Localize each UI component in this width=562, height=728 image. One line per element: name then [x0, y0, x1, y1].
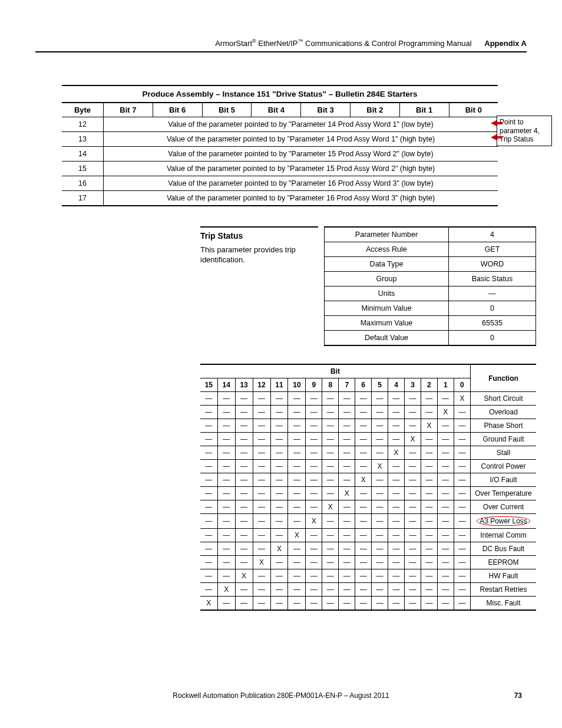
produce-assembly-table: Produce Assembly – Instance 151 "Drive S… [62, 85, 498, 206]
t2-cell: WORD [448, 257, 535, 272]
t3-bit-cell: — [421, 500, 437, 514]
t3-bit-cell: — [437, 500, 454, 514]
t3-bit-cell: — [322, 529, 339, 542]
t3-bit-cell: — [388, 556, 405, 569]
t3-bit-cell: — [421, 529, 437, 542]
t1-byte-cell: 16 [62, 176, 104, 191]
t3-bit-cell: — [421, 556, 437, 569]
t3-bit-cell: — [454, 487, 470, 500]
t3-bit-header: 12 [253, 378, 270, 392]
t3-bit-cell: — [454, 556, 470, 569]
t3-bit-cell: — [454, 473, 470, 487]
t3-bit-cell: — [253, 473, 270, 487]
t3-bit-cell: — [235, 500, 253, 514]
page-footer: Rockwell Automation Publication 280E-PM0… [0, 691, 562, 700]
t3-bit-cell: — [339, 500, 355, 514]
t3-bit-cell: — [437, 460, 454, 473]
t3-bit-cell: — [437, 529, 454, 542]
t3-bit-cell: — [339, 473, 355, 487]
t3-bit-cell: — [355, 500, 372, 514]
t3-bit-cell: — [322, 597, 339, 611]
t3-bit-cell: — [235, 406, 253, 419]
t3-bit-cell: — [372, 487, 388, 500]
t2-cell: Data Type [325, 257, 449, 272]
t3-bit-cell: — [322, 433, 339, 446]
t3-bit-cell: — [437, 487, 454, 500]
t3-bit-cell: — [270, 583, 288, 597]
t3-bit-cell: — [217, 446, 235, 460]
t3-bit-cell: — [355, 406, 372, 419]
t3-func-cell: I/O Fault [471, 473, 537, 487]
t3-bit-cell: — [388, 514, 405, 529]
t1-h-byte: Byte [62, 103, 104, 117]
t3-bit-cell: — [454, 500, 470, 514]
t3-bit-cell: — [306, 500, 322, 514]
t3-bit-cell: — [288, 500, 306, 514]
table-row: Access RuleGET [325, 242, 536, 257]
t2-cell: — [448, 286, 535, 301]
t3-bit-cell: — [372, 556, 388, 569]
t3-bit-cell: — [339, 392, 355, 406]
t3-bit-cell: — [388, 487, 405, 500]
t3-bit-cell: — [253, 460, 270, 473]
t3-bit-cell: — [235, 392, 253, 406]
t3-bit-cell: — [421, 487, 437, 500]
t1-h-b5: Bit 5 [202, 103, 252, 117]
t1-desc-cell: Value of the parameter pointed to by "Pa… [104, 191, 498, 206]
t3-bit-cell: — [372, 514, 388, 529]
t3-bit-cell: — [217, 433, 235, 446]
trip-status-left: Trip Status This parameter provides trip… [200, 226, 324, 265]
bit-table-wrap: Bit Function 1514131211109876543210 ————… [200, 364, 536, 611]
t3-func-cell: A3 Power Loss [471, 514, 537, 529]
t3-bit-cell: — [200, 542, 217, 556]
t3-bit-cell: — [355, 542, 372, 556]
t3-bit-cell: — [372, 419, 388, 433]
t3-bit-cell: — [421, 597, 437, 611]
t3-bit-cell: — [388, 569, 405, 583]
t3-bit-cell: — [405, 542, 421, 556]
t3-bit-cell: — [372, 433, 388, 446]
table-row: 12Value of the parameter pointed to by "… [62, 117, 498, 132]
t3-bit-cell: — [437, 433, 454, 446]
t3-bit-cell: — [355, 419, 372, 433]
t3-bit-cell: — [217, 569, 235, 583]
t3-bit-cell: — [355, 597, 372, 611]
t3-bit-cell: X [437, 406, 454, 419]
t3-bit-cell: — [339, 406, 355, 419]
t3-bit-cell: — [217, 529, 235, 542]
t3-bit-cell: — [217, 473, 235, 487]
t1-desc-cell: Value of the parameter pointed to by "Pa… [104, 176, 498, 191]
t2-cell: Group [325, 272, 449, 286]
t3-func-label: Function [471, 364, 537, 392]
t3-bit-cell: — [200, 487, 217, 500]
t3-bit-cell: — [270, 597, 288, 611]
t1-h-b7: Bit 7 [104, 103, 153, 117]
table-row: —————————X——————I/O Fault [200, 473, 536, 487]
t3-bit-cell: — [306, 569, 322, 583]
t3-bit-cell: — [437, 556, 454, 569]
t1-h-b0: Bit 0 [449, 103, 498, 117]
svg-marker-0 [491, 120, 503, 126]
t3-bit-cell: — [372, 542, 388, 556]
t3-bit-cell: — [288, 473, 306, 487]
t3-bit-cell: — [306, 542, 322, 556]
t3-bit-cell: — [421, 514, 437, 529]
t1-h-b4: Bit 4 [252, 103, 301, 117]
t2-cell: Parameter Number [325, 227, 449, 242]
t3-bit-cell: — [437, 446, 454, 460]
t3-bit-cell: — [217, 500, 235, 514]
t3-head-row1: Bit Function [200, 364, 536, 378]
t3-bit-cell: — [405, 473, 421, 487]
t1-h-b1: Bit 1 [399, 103, 449, 117]
t3-bit-cell: — [288, 392, 306, 406]
t3-bit-cell: — [355, 529, 372, 542]
t3-bit-cell: — [405, 487, 421, 500]
header-rest: Communications & Control Programming Man… [303, 39, 472, 48]
t3-bit-cell: — [454, 529, 470, 542]
header-product: ArmorStart [215, 39, 252, 48]
t3-bit-cell: — [217, 460, 235, 473]
t3-bit-cell: — [454, 542, 470, 556]
svg-marker-1 [491, 134, 503, 140]
t3-bit-cell: — [288, 419, 306, 433]
t3-bit-cell: — [253, 514, 270, 529]
